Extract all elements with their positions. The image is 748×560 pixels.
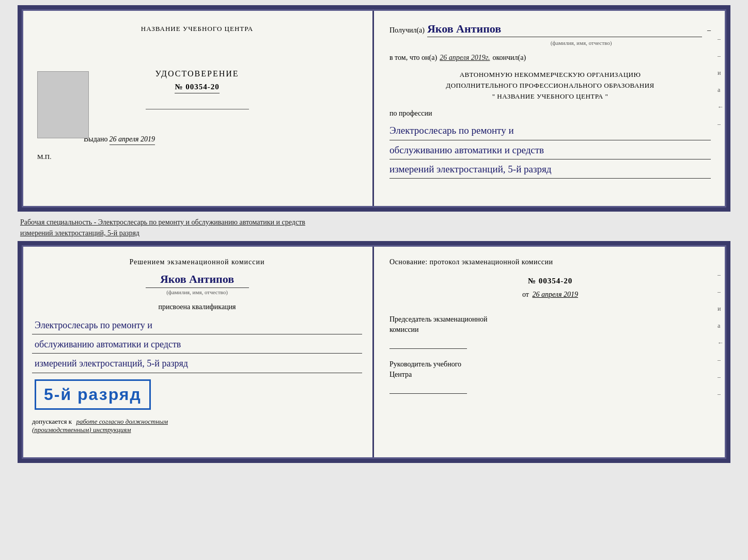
bottom-fio-label: (фамилия, имя, отчество) bbox=[146, 287, 249, 295]
bottom-document: Решением экзаменационной комиссии Яков А… bbox=[18, 241, 730, 463]
bottom-right-page: Основание: протокол экзаменационной коми… bbox=[374, 245, 726, 459]
head-line1: Руководитель учебного bbox=[389, 360, 461, 368]
chairman-block: Председатель экзаменационной комиссии bbox=[389, 314, 711, 349]
head-signature-line bbox=[389, 383, 467, 394]
recipient-line: Получил(а) Яков Антипов – bbox=[389, 22, 711, 37]
chairman-line1: Председатель экзаменационной bbox=[389, 315, 487, 323]
rank-badge-text: 5-й разряд bbox=[44, 385, 142, 404]
admission-handwritten2: (производственным) инструкциям bbox=[32, 426, 131, 434]
org-name-top: НАЗВАНИЕ УЧЕБНОГО ЦЕНТРА bbox=[141, 25, 253, 33]
date-line: в том, что он(а) 26 апреля 2019г. окончи… bbox=[389, 54, 711, 62]
org-line3: " НАЗВАНИЕ УЧЕБНОГО ЦЕНТРА " bbox=[389, 91, 711, 102]
info-line2: измерений электростанций, 5-й разряд bbox=[20, 228, 728, 238]
protocol-number: № 00354-20 bbox=[389, 277, 711, 285]
admission-handwritten: работе согласно должностным bbox=[76, 418, 168, 425]
finished-label: окончил(а) bbox=[492, 54, 526, 62]
protocol-date-value: 26 апреля 2019 bbox=[532, 291, 578, 298]
org-block: АВТОНОМНУЮ НЕКОММЕРЧЕСКУЮ ОРГАНИЗАЦИЮ ДО… bbox=[389, 70, 711, 102]
info-text: Рабочая специальность - Электрослесарь п… bbox=[18, 212, 730, 241]
head-line2: Центра bbox=[389, 371, 412, 378]
profession-line1: Электрослесарь по ремонту и bbox=[389, 122, 711, 140]
side-text-top: – – и а ← – bbox=[718, 35, 724, 128]
bottom-profession-line3: измерений электростанций, 5-й разряд bbox=[32, 355, 362, 373]
fio-label-top: (фамилия, имя, отчество) bbox=[451, 40, 711, 46]
bottom-profession-line1: Электрослесарь по ремонту и bbox=[32, 316, 362, 334]
qualification-label: присвоена квалификация bbox=[32, 303, 362, 311]
date-label: в том, что он(а) bbox=[389, 54, 437, 62]
recipient-name: Яков Антипов bbox=[427, 22, 702, 37]
top-right-page: Получил(а) Яков Антипов – (фамилия, имя,… bbox=[374, 9, 726, 207]
side-text-bottom: – – и а ← – – – bbox=[718, 271, 724, 398]
stamp-line: М.П. bbox=[37, 153, 51, 161]
issued-date: 26 апреля 2019 bbox=[110, 135, 155, 145]
profession-line3: измерений электростанций, 5-й разряд bbox=[389, 161, 711, 179]
rank-badge: 5-й разряд bbox=[35, 379, 151, 410]
bottom-left-page: Решением экзаменационной комиссии Яков А… bbox=[22, 245, 374, 459]
org-line2: ДОПОЛНИТЕЛЬНОГО ПРОФЕССИОНАЛЬНОГО ОБРАЗО… bbox=[389, 81, 711, 91]
recipient-label: Получил(а) bbox=[389, 26, 425, 35]
protocol-date-prefix: от bbox=[522, 291, 529, 298]
org-line1: АВТОНОМНУЮ НЕКОММЕРЧЕСКУЮ ОРГАНИЗАЦИЮ bbox=[389, 70, 711, 81]
date-value: 26 апреля 2019г. bbox=[440, 54, 490, 62]
info-line1: Рабочая специальность - Электрослесарь п… bbox=[20, 217, 728, 228]
commission-decision: Решением экзаменационной комиссии bbox=[32, 258, 362, 266]
chairman-signature-line bbox=[389, 339, 467, 349]
cert-number: № 00354-20 bbox=[175, 83, 219, 93]
profession-label: по профессии bbox=[389, 109, 711, 118]
top-left-page: НАЗВАНИЕ УЧЕБНОГО ЦЕНТРА УДОСТОВЕРЕНИЕ №… bbox=[22, 9, 374, 207]
chairman-title: Председатель экзаменационной комиссии bbox=[389, 314, 711, 334]
basis-title: Основание: протокол экзаменационной коми… bbox=[389, 258, 711, 266]
head-block: Руководитель учебного Центра bbox=[389, 359, 711, 394]
cert-title: УДОСТОВЕРЕНИЕ bbox=[155, 69, 239, 78]
admission-label: допускается к bbox=[32, 418, 72, 425]
top-document: НАЗВАНИЕ УЧЕБНОГО ЦЕНТРА УДОСТОВЕРЕНИЕ №… bbox=[18, 5, 730, 212]
profession-line2: обслуживанию автоматики и средств bbox=[389, 141, 711, 159]
protocol-date: от 26 апреля 2019 bbox=[389, 291, 711, 299]
bottom-person-name: Яков Антипов bbox=[32, 273, 362, 286]
bottom-profession-line2: обслуживанию автоматики и средств bbox=[32, 335, 362, 354]
admission-text: допускается к работе согласно должностны… bbox=[32, 418, 362, 434]
head-title: Руководитель учебного Центра bbox=[389, 359, 711, 379]
photo-placeholder bbox=[37, 71, 89, 138]
chairman-line2: комиссии bbox=[389, 326, 419, 333]
